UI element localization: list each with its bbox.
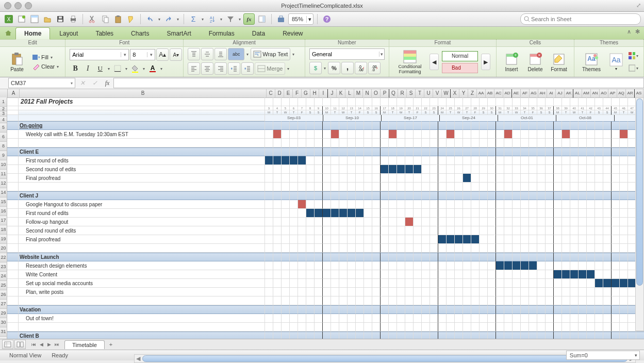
excel-icon[interactable]: X xyxy=(3,13,14,25)
comma-format-icon[interactable]: , xyxy=(341,62,354,74)
theme-colors-icon[interactable]: ▾ xyxy=(628,50,639,61)
wrap-text-button[interactable]: Wrap Text xyxy=(251,48,290,60)
decrease-decimal-icon[interactable]: .0.00 xyxy=(355,62,367,74)
number-format-combo[interactable]: ▾ xyxy=(309,48,385,60)
autosum-dropdown[interactable]: ▾ xyxy=(201,17,205,22)
prev-sheet-icon[interactable]: ◀ xyxy=(38,340,45,349)
bold-button[interactable]: B xyxy=(70,63,81,74)
collapse-ribbon-icon[interactable]: ∧ xyxy=(627,28,631,35)
next-sheet-icon[interactable]: ▶ xyxy=(45,340,53,349)
formula-input[interactable] xyxy=(113,78,644,88)
increase-indent-icon[interactable] xyxy=(241,62,254,75)
conditional-formatting-button[interactable]: Conditional Formatting xyxy=(393,48,426,76)
paste-icon[interactable] xyxy=(112,13,124,25)
tab-formulas[interactable]: Formulas xyxy=(201,28,243,39)
cell-format-button[interactable]: Format xyxy=(548,48,570,76)
redo-dropdown[interactable]: ▾ xyxy=(176,17,180,22)
copy-icon[interactable] xyxy=(100,13,111,25)
print-icon[interactable] xyxy=(68,13,79,25)
font-name-input[interactable] xyxy=(70,52,121,58)
merge-button[interactable]: Merge xyxy=(255,62,285,75)
style-normal[interactable]: Normal xyxy=(442,51,478,61)
add-sheet-icon[interactable]: + xyxy=(107,341,115,348)
insert-button[interactable]: +Insert xyxy=(501,48,522,76)
help-icon[interactable]: ? xyxy=(321,13,333,25)
tab-data[interactable]: Data xyxy=(244,28,273,39)
page-layout-view-icon[interactable] xyxy=(14,340,26,349)
fill-button[interactable]: Fill▾ xyxy=(32,53,60,61)
new-workbook-icon[interactable] xyxy=(16,13,27,25)
sum-display[interactable]: Sum=0▾ xyxy=(566,351,640,360)
percent-format-icon[interactable]: % xyxy=(328,62,340,74)
fx-toggle-icon[interactable]: fx xyxy=(243,13,255,25)
italic-button[interactable]: I xyxy=(82,63,93,74)
tab-layout[interactable]: Layout xyxy=(51,28,86,39)
open-icon[interactable] xyxy=(42,13,53,25)
style-prev-icon[interactable]: ◀ xyxy=(430,54,439,70)
align-right-icon[interactable] xyxy=(214,62,227,75)
horizontal-scrollbar[interactable]: ◀▶ xyxy=(134,354,636,363)
first-sheet-icon[interactable]: ⏮ xyxy=(30,340,37,349)
accounting-format-icon[interactable]: $ xyxy=(309,62,322,74)
clear-button[interactable]: Clear▾ xyxy=(32,62,60,71)
sheet-tab-timetable[interactable]: Timetable xyxy=(64,340,105,349)
autosum-icon[interactable]: Σ xyxy=(188,13,199,25)
number-format-input[interactable] xyxy=(310,51,379,57)
search-input[interactable] xyxy=(530,15,637,23)
tab-smartart[interactable]: SmartArt xyxy=(158,28,199,39)
font-name-combo[interactable]: ▾ xyxy=(70,49,129,60)
sheet-grid[interactable]: ABCDEFGHIJKLMNOPQRSTUVWXYZAAABACADAEAFAG… xyxy=(0,89,644,339)
filter-dropdown[interactable]: ▾ xyxy=(238,17,242,22)
tab-home[interactable]: Home xyxy=(15,27,50,40)
normal-view-icon[interactable] xyxy=(2,340,13,349)
align-left-icon[interactable] xyxy=(188,62,200,75)
cut-icon[interactable] xyxy=(87,13,98,25)
template-icon[interactable] xyxy=(29,13,40,25)
theme-effects-icon[interactable]: ▾ xyxy=(628,62,639,74)
align-center-icon[interactable] xyxy=(201,62,213,75)
maximize-icon[interactable]: ⤢ xyxy=(636,2,641,9)
last-sheet-icon[interactable]: ⏭ xyxy=(53,340,60,349)
increase-decimal-icon[interactable]: .00.0 xyxy=(368,62,381,74)
grow-font-icon[interactable]: A▴ xyxy=(156,48,169,61)
gear-icon[interactable]: ✻ xyxy=(635,28,640,35)
align-bottom-icon[interactable] xyxy=(214,48,227,60)
font-color-icon[interactable]: A xyxy=(147,63,158,74)
search-in-sheet[interactable] xyxy=(520,13,641,25)
shrink-font-icon[interactable]: A▾ xyxy=(170,48,182,61)
fill-color-icon[interactable] xyxy=(129,63,141,74)
font-size-combo[interactable]: ▾ xyxy=(130,49,155,60)
cancel-formula-icon[interactable]: ✕ xyxy=(77,78,88,88)
filter-icon[interactable] xyxy=(225,13,236,25)
undo-icon[interactable] xyxy=(144,13,156,25)
tab-review[interactable]: Review xyxy=(274,28,311,39)
sort-dropdown[interactable]: ▾ xyxy=(219,17,223,22)
undo-dropdown[interactable]: ▾ xyxy=(157,17,161,22)
underline-button[interactable]: U xyxy=(94,63,106,74)
style-next-icon[interactable]: ▶ xyxy=(481,54,490,70)
save-icon[interactable] xyxy=(55,13,66,25)
format-painter-icon[interactable] xyxy=(125,13,137,25)
sort-icon[interactable]: AZ xyxy=(206,13,218,25)
theme-fonts-button[interactable]: Aa▾ xyxy=(606,48,626,76)
vertical-scrollbar[interactable] xyxy=(635,97,644,331)
home-icon[interactable] xyxy=(3,28,13,38)
chevron-down-icon[interactable]: ▾ xyxy=(306,16,313,23)
redo-icon[interactable] xyxy=(163,13,174,25)
tab-charts[interactable]: Charts xyxy=(123,28,157,39)
accept-formula-icon[interactable]: ✓ xyxy=(90,78,100,88)
delete-button[interactable]: ×Delete xyxy=(524,48,546,76)
fx-icon[interactable]: fx xyxy=(102,78,112,88)
cells[interactable]: 2012 Fall Projects3456789101112131415161… xyxy=(7,97,644,339)
align-middle-icon[interactable] xyxy=(201,48,213,60)
decrease-indent-icon[interactable] xyxy=(228,62,240,75)
zoom-combo[interactable]: 85%▾ xyxy=(288,13,313,25)
border-icon[interactable] xyxy=(112,63,123,74)
themes-button[interactable]: AaThemes xyxy=(579,48,604,76)
style-bad[interactable]: Bad xyxy=(442,63,478,73)
font-size-input[interactable] xyxy=(130,52,147,58)
name-box[interactable]: CM37▾ xyxy=(8,78,75,88)
align-top-icon[interactable] xyxy=(188,48,200,60)
toolbox-icon[interactable] xyxy=(275,13,287,25)
paste-button[interactable]: Paste xyxy=(4,48,30,76)
